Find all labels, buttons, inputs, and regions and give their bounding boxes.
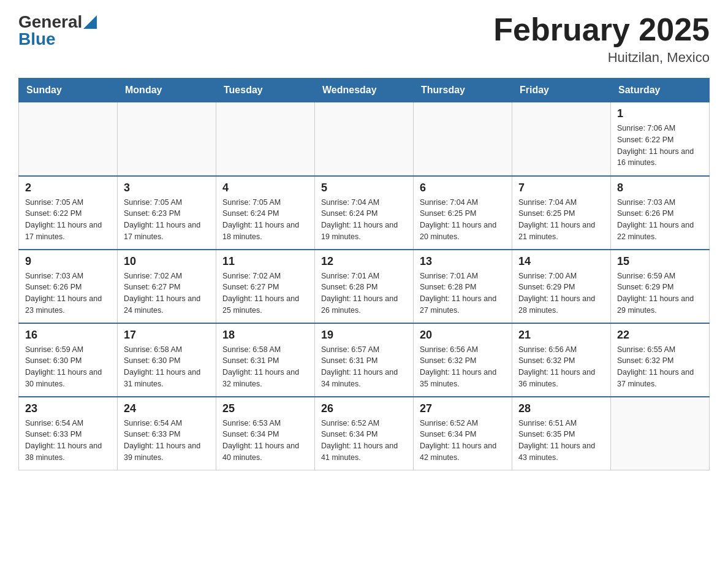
calendar-cell: 27Sunrise: 6:52 AMSunset: 6:34 PMDayligh…: [414, 397, 512, 470]
day-number: 2: [25, 182, 111, 194]
day-number: 18: [222, 329, 308, 342]
calendar-cell: 5Sunrise: 7:04 AMSunset: 6:24 PMDaylight…: [315, 176, 414, 250]
day-number: 15: [617, 255, 703, 268]
header-saturday: Saturday: [611, 79, 710, 102]
calendar-cell: 4Sunrise: 7:05 AMSunset: 6:24 PMDaylight…: [216, 176, 315, 250]
calendar-table: Sunday Monday Tuesday Wednesday Thursday…: [18, 78, 710, 470]
day-number: 21: [518, 329, 604, 342]
day-number: 19: [321, 329, 407, 342]
calendar-cell: 22Sunrise: 6:55 AMSunset: 6:32 PMDayligh…: [611, 323, 710, 397]
calendar-week-row: 23Sunrise: 6:54 AMSunset: 6:33 PMDayligh…: [19, 397, 710, 470]
day-info: Sunrise: 7:05 AMSunset: 6:23 PMDaylight:…: [124, 197, 210, 243]
header-monday: Monday: [118, 79, 216, 102]
day-number: 12: [321, 255, 407, 268]
day-info: Sunrise: 6:58 AMSunset: 6:30 PMDaylight:…: [124, 344, 210, 390]
day-number: 20: [420, 329, 506, 342]
day-info: Sunrise: 6:51 AMSunset: 6:35 PMDaylight:…: [518, 418, 604, 464]
calendar-cell: 2Sunrise: 7:05 AMSunset: 6:22 PMDaylight…: [19, 176, 118, 250]
day-number: 3: [124, 182, 210, 194]
day-info: Sunrise: 6:57 AMSunset: 6:31 PMDaylight:…: [321, 344, 407, 390]
svg-marker-0: [83, 15, 97, 29]
calendar-cell: 26Sunrise: 6:52 AMSunset: 6:34 PMDayligh…: [315, 397, 414, 470]
calendar-cell: [19, 102, 118, 176]
calendar-cell: 12Sunrise: 7:01 AMSunset: 6:28 PMDayligh…: [315, 250, 414, 323]
day-info: Sunrise: 6:52 AMSunset: 6:34 PMDaylight:…: [420, 418, 506, 464]
page-header: General Blue February 2025 Huitzilan, Me…: [18, 12, 710, 66]
calendar-cell: [118, 102, 216, 176]
header-friday: Friday: [512, 79, 611, 102]
day-number: 24: [124, 402, 210, 415]
day-number: 13: [420, 255, 506, 268]
calendar-cell: 13Sunrise: 7:01 AMSunset: 6:28 PMDayligh…: [414, 250, 512, 323]
day-number: 10: [124, 255, 210, 268]
day-info: Sunrise: 6:56 AMSunset: 6:32 PMDaylight:…: [518, 344, 604, 390]
calendar-cell: 28Sunrise: 6:51 AMSunset: 6:35 PMDayligh…: [512, 397, 611, 470]
day-info: Sunrise: 7:03 AMSunset: 6:26 PMDaylight:…: [25, 270, 111, 316]
day-info: Sunrise: 7:00 AMSunset: 6:29 PMDaylight:…: [518, 270, 604, 316]
logo-blue-text: Blue: [18, 29, 56, 49]
day-number: 9: [25, 255, 111, 268]
day-info: Sunrise: 6:59 AMSunset: 6:30 PMDaylight:…: [25, 344, 111, 390]
header-thursday: Thursday: [414, 79, 512, 102]
calendar-title: February 2025: [493, 12, 710, 47]
calendar-week-row: 1Sunrise: 7:06 AMSunset: 6:22 PMDaylight…: [19, 102, 710, 176]
calendar-cell: [216, 102, 315, 176]
day-info: Sunrise: 7:01 AMSunset: 6:28 PMDaylight:…: [321, 270, 407, 316]
day-number: 1: [617, 107, 703, 120]
calendar-cell: 9Sunrise: 7:03 AMSunset: 6:26 PMDaylight…: [19, 250, 118, 323]
day-info: Sunrise: 6:55 AMSunset: 6:32 PMDaylight:…: [617, 344, 703, 390]
day-number: 6: [420, 182, 506, 194]
day-number: 8: [617, 182, 703, 194]
calendar-cell: 19Sunrise: 6:57 AMSunset: 6:31 PMDayligh…: [315, 323, 414, 397]
calendar-cell: 17Sunrise: 6:58 AMSunset: 6:30 PMDayligh…: [118, 323, 216, 397]
calendar-cell: [512, 102, 611, 176]
calendar-cell: 3Sunrise: 7:05 AMSunset: 6:23 PMDaylight…: [118, 176, 216, 250]
calendar-cell: 18Sunrise: 6:58 AMSunset: 6:31 PMDayligh…: [216, 323, 315, 397]
calendar-cell: 25Sunrise: 6:53 AMSunset: 6:34 PMDayligh…: [216, 397, 315, 470]
calendar-cell: 15Sunrise: 6:59 AMSunset: 6:29 PMDayligh…: [611, 250, 710, 323]
day-info: Sunrise: 6:59 AMSunset: 6:29 PMDaylight:…: [617, 270, 703, 316]
calendar-cell: 14Sunrise: 7:00 AMSunset: 6:29 PMDayligh…: [512, 250, 611, 323]
day-info: Sunrise: 7:04 AMSunset: 6:25 PMDaylight:…: [518, 197, 604, 243]
calendar-cell: 23Sunrise: 6:54 AMSunset: 6:33 PMDayligh…: [19, 397, 118, 470]
day-info: Sunrise: 7:02 AMSunset: 6:27 PMDaylight:…: [124, 270, 210, 316]
calendar-cell: 10Sunrise: 7:02 AMSunset: 6:27 PMDayligh…: [118, 250, 216, 323]
day-number: 27: [420, 402, 506, 415]
day-number: 14: [518, 255, 604, 268]
day-info: Sunrise: 7:06 AMSunset: 6:22 PMDaylight:…: [617, 123, 703, 169]
day-info: Sunrise: 6:56 AMSunset: 6:32 PMDaylight:…: [420, 344, 506, 390]
logo: General Blue: [18, 12, 97, 49]
day-info: Sunrise: 7:01 AMSunset: 6:28 PMDaylight:…: [420, 270, 506, 316]
calendar-cell: 16Sunrise: 6:59 AMSunset: 6:30 PMDayligh…: [19, 323, 118, 397]
day-number: 5: [321, 182, 407, 194]
calendar-cell: 21Sunrise: 6:56 AMSunset: 6:32 PMDayligh…: [512, 323, 611, 397]
day-number: 16: [25, 329, 111, 342]
calendar-week-row: 16Sunrise: 6:59 AMSunset: 6:30 PMDayligh…: [19, 323, 710, 397]
calendar-cell: 20Sunrise: 6:56 AMSunset: 6:32 PMDayligh…: [414, 323, 512, 397]
day-info: Sunrise: 6:58 AMSunset: 6:31 PMDaylight:…: [222, 344, 308, 390]
day-info: Sunrise: 6:52 AMSunset: 6:34 PMDaylight:…: [321, 418, 407, 464]
day-number: 4: [222, 182, 308, 194]
calendar-cell: 7Sunrise: 7:04 AMSunset: 6:25 PMDaylight…: [512, 176, 611, 250]
header-sunday: Sunday: [19, 79, 118, 102]
calendar-cell: [414, 102, 512, 176]
day-number: 26: [321, 402, 407, 415]
calendar-cell: 11Sunrise: 7:02 AMSunset: 6:27 PMDayligh…: [216, 250, 315, 323]
day-info: Sunrise: 7:04 AMSunset: 6:24 PMDaylight:…: [321, 197, 407, 243]
day-number: 11: [222, 255, 308, 268]
calendar-cell: [315, 102, 414, 176]
day-info: Sunrise: 6:54 AMSunset: 6:33 PMDaylight:…: [25, 418, 111, 464]
calendar-cell: [611, 397, 710, 470]
header-tuesday: Tuesday: [216, 79, 315, 102]
day-info: Sunrise: 7:05 AMSunset: 6:24 PMDaylight:…: [222, 197, 308, 243]
day-number: 17: [124, 329, 210, 342]
calendar-cell: 24Sunrise: 6:54 AMSunset: 6:33 PMDayligh…: [118, 397, 216, 470]
calendar-cell: 8Sunrise: 7:03 AMSunset: 6:26 PMDaylight…: [611, 176, 710, 250]
day-info: Sunrise: 7:05 AMSunset: 6:22 PMDaylight:…: [25, 197, 111, 243]
calendar-week-row: 2Sunrise: 7:05 AMSunset: 6:22 PMDaylight…: [19, 176, 710, 250]
day-number: 7: [518, 182, 604, 194]
day-number: 23: [25, 402, 111, 415]
day-info: Sunrise: 6:54 AMSunset: 6:33 PMDaylight:…: [124, 418, 210, 464]
day-number: 25: [222, 402, 308, 415]
title-block: February 2025 Huitzilan, Mexico: [493, 12, 710, 66]
